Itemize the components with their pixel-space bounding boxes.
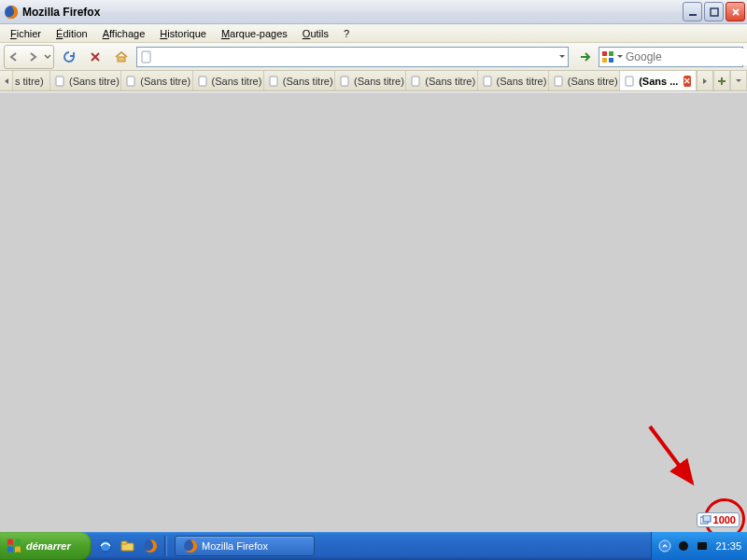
tab-close-icon[interactable]: ✕ xyxy=(684,76,691,87)
nav-toolbar xyxy=(0,43,747,71)
tab-label: (Sans titre) xyxy=(212,76,262,87)
reload-button[interactable] xyxy=(58,46,80,68)
page-icon xyxy=(198,75,209,88)
tray-icon-generic[interactable] xyxy=(676,539,691,553)
menu-affichage[interactable]: Affichage xyxy=(96,27,152,40)
svg-rect-3 xyxy=(118,57,125,62)
taskbar: démarrer Mozilla Firefox 21:35 xyxy=(0,532,747,560)
search-engine-icon[interactable] xyxy=(601,49,614,64)
page-icon xyxy=(625,75,636,88)
tab-item[interactable]: (Sans titre) xyxy=(50,71,121,91)
search-engine-dropdown[interactable] xyxy=(616,53,624,61)
url-input[interactable] xyxy=(156,49,558,65)
go-button[interactable] xyxy=(576,48,595,66)
firefox-icon xyxy=(183,539,198,553)
tab-label: (Sans titre) xyxy=(283,76,333,87)
svg-rect-15 xyxy=(412,77,419,86)
page-icon xyxy=(483,75,494,88)
quick-launch xyxy=(92,532,173,560)
windows-logo-icon xyxy=(6,538,22,554)
page-icon xyxy=(269,75,280,88)
menu-help[interactable]: ? xyxy=(337,27,356,40)
svg-rect-7 xyxy=(602,58,607,63)
tab-label: (Sans ... xyxy=(639,76,678,87)
page-icon xyxy=(126,75,137,88)
svg-rect-2 xyxy=(711,8,718,16)
svg-rect-17 xyxy=(555,77,562,86)
menu-fichier[interactable]: Fichier xyxy=(4,27,48,40)
svg-rect-6 xyxy=(609,51,613,56)
tab-overflow-first[interactable]: s titre) xyxy=(13,71,50,91)
menu-outils[interactable]: Outils xyxy=(296,27,335,40)
start-label: démarrer xyxy=(26,540,71,552)
annotation-count: 1000 xyxy=(713,514,736,525)
tab-label: (Sans titre) xyxy=(69,76,120,87)
tab-item[interactable]: (Sans titre) xyxy=(121,71,192,91)
window-title: Mozilla Firefox xyxy=(22,6,683,19)
tab-item-active[interactable]: (Sans ... ✕ xyxy=(620,71,697,91)
svg-point-27 xyxy=(679,541,688,551)
new-tab-button[interactable] xyxy=(713,71,730,91)
svg-rect-28 xyxy=(698,542,707,550)
tab-item[interactable]: (Sans titre) xyxy=(264,71,335,91)
quicklaunch-ie[interactable] xyxy=(95,536,116,556)
url-dropdown-icon[interactable] xyxy=(558,53,566,61)
tabstrip: s titre) (Sans titre) (Sans titre) (Sans… xyxy=(0,71,747,91)
svg-rect-5 xyxy=(602,51,607,56)
page-icon xyxy=(340,75,351,88)
stop-button[interactable] xyxy=(84,46,106,68)
back-button[interactable] xyxy=(5,46,23,68)
menu-marquepages[interactable]: Marque-pages xyxy=(215,27,294,40)
minimize-button[interactable] xyxy=(683,2,702,21)
tab-item[interactable]: (Sans titre) xyxy=(549,71,620,91)
home-button[interactable] xyxy=(110,46,133,68)
svg-rect-8 xyxy=(609,58,613,63)
svg-point-26 xyxy=(659,540,670,552)
tray-expand-icon[interactable] xyxy=(657,539,672,553)
svg-rect-11 xyxy=(127,77,134,86)
tab-label: (Sans titre) xyxy=(568,76,618,87)
svg-rect-13 xyxy=(270,77,277,86)
annotation-count-bubble: 1000 xyxy=(697,512,740,527)
maximize-button[interactable] xyxy=(704,2,724,21)
quicklaunch-folder[interactable] xyxy=(118,536,138,556)
tab-item[interactable]: (Sans titre) xyxy=(478,71,549,91)
svg-rect-1 xyxy=(689,14,697,16)
page-icon xyxy=(55,75,66,88)
tab-item[interactable]: (Sans titre) xyxy=(193,71,264,91)
tab-item[interactable]: (Sans titre) xyxy=(406,71,477,91)
tab-label: (Sans titre) xyxy=(425,76,475,87)
tab-scroll-right[interactable] xyxy=(697,71,713,91)
tray-icon-generic[interactable] xyxy=(695,539,710,553)
menu-historique[interactable]: Historique xyxy=(153,27,213,40)
page-content xyxy=(0,91,747,532)
taskbar-button-firefox[interactable]: Mozilla Firefox xyxy=(175,536,315,556)
url-bar[interactable] xyxy=(136,47,569,67)
menu-edition[interactable]: Édition xyxy=(49,27,94,40)
tab-item[interactable]: (Sans titre) xyxy=(335,71,406,91)
taskbar-clock[interactable]: 21:35 xyxy=(713,540,741,552)
tab-list-button[interactable] xyxy=(730,71,747,91)
menubar: Fichier Édition Affichage Historique Mar… xyxy=(0,24,747,43)
page-icon xyxy=(554,75,565,88)
page-icon xyxy=(411,75,422,88)
svg-rect-14 xyxy=(341,77,348,86)
search-bar[interactable] xyxy=(599,47,743,67)
system-tray: 21:35 xyxy=(651,532,747,560)
nav-history-dropdown[interactable] xyxy=(42,46,53,68)
forward-button[interactable] xyxy=(23,46,42,68)
close-button[interactable] xyxy=(726,2,745,21)
search-input[interactable] xyxy=(626,49,747,65)
tab-label: (Sans titre) xyxy=(497,76,547,87)
svg-rect-16 xyxy=(484,77,491,86)
tab-label: (Sans titre) xyxy=(354,76,404,87)
quicklaunch-firefox[interactable] xyxy=(140,536,161,556)
svg-rect-18 xyxy=(626,77,633,86)
svg-rect-23 xyxy=(121,541,127,544)
tabs-count-icon xyxy=(700,515,712,525)
page-icon xyxy=(139,49,154,64)
tab-scroll-left[interactable] xyxy=(0,71,13,91)
firefox-icon xyxy=(4,5,19,20)
svg-rect-10 xyxy=(56,77,63,86)
start-button[interactable]: démarrer xyxy=(0,532,92,560)
